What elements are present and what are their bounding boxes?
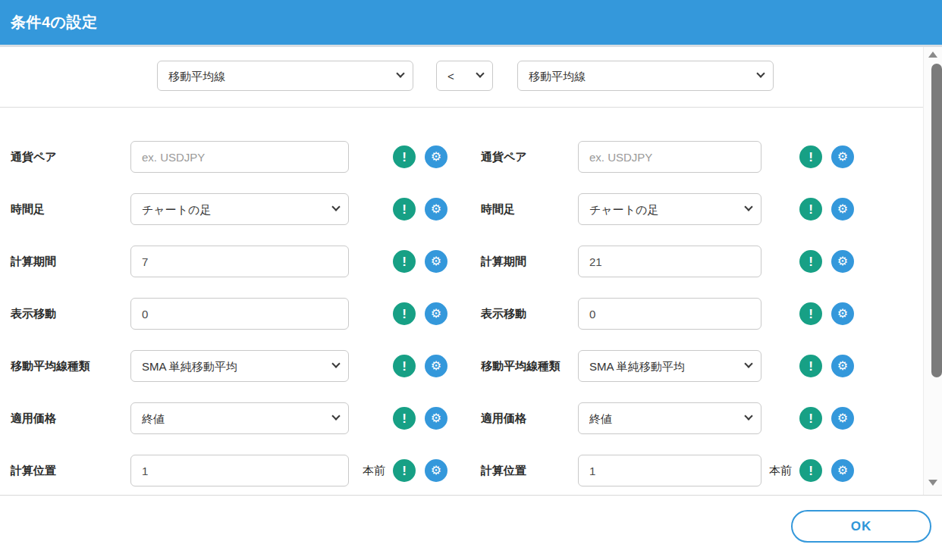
ma-type-select[interactable]: SMA 単純移動平均: [578, 350, 761, 382]
gear-icon: ⚙: [431, 151, 441, 163]
gear-icon: ⚙: [837, 412, 848, 424]
settings-button[interactable]: ⚙: [831, 355, 854, 377]
info-button[interactable]: !: [799, 250, 822, 273]
settings-button[interactable]: ⚙: [831, 250, 854, 273]
currency-pair-input[interactable]: [578, 141, 761, 173]
field-row-applied-price: 適用価格 終値 ! ⚙: [481, 402, 854, 434]
calc-position-input[interactable]: [130, 455, 349, 486]
gear-icon: ⚙: [431, 412, 441, 424]
calc-position-label: 計算位置: [481, 464, 578, 478]
operator-select[interactable]: <: [436, 61, 493, 91]
scroll-down-icon[interactable]: [928, 480, 937, 486]
gear-icon: ⚙: [837, 151, 848, 163]
exclamation-icon: !: [402, 412, 407, 425]
exclamation-icon: !: [809, 412, 813, 425]
info-button[interactable]: !: [393, 355, 416, 377]
info-button[interactable]: !: [799, 302, 822, 325]
field-row-currency-pair: 通貨ペア ! ⚙: [481, 141, 854, 173]
applied-price-label: 適用価格: [11, 411, 130, 426]
shift-input[interactable]: [578, 298, 761, 330]
field-row-shift: 表示移動 ! ⚙: [11, 298, 447, 330]
field-row-shift: 表示移動 ! ⚙: [481, 298, 854, 330]
settings-button[interactable]: ⚙: [831, 145, 854, 168]
applied-price-label: 適用価格: [481, 411, 578, 426]
settings-button[interactable]: ⚙: [425, 145, 447, 168]
ma-type-label: 移動平均線種類: [481, 359, 578, 374]
gear-icon: ⚙: [431, 203, 441, 215]
exclamation-icon: !: [402, 255, 407, 268]
footer-divider: [0, 495, 942, 496]
field-row-timeframe: 時間足 チャートの足 ! ⚙: [481, 193, 854, 225]
info-button[interactable]: !: [393, 302, 416, 325]
settings-button[interactable]: ⚙: [425, 407, 447, 430]
indicator-left-select-wrap: 移動平均線: [157, 61, 413, 91]
ok-button[interactable]: OK: [791, 510, 931, 543]
info-button[interactable]: !: [799, 145, 822, 168]
settings-button[interactable]: ⚙: [831, 459, 854, 482]
info-button[interactable]: !: [799, 198, 822, 221]
settings-button[interactable]: ⚙: [831, 407, 854, 430]
ma-type-select[interactable]: SMA 単純移動平均: [130, 350, 349, 382]
settings-button[interactable]: ⚙: [425, 250, 447, 273]
gear-icon: ⚙: [431, 360, 441, 372]
info-button[interactable]: !: [799, 407, 822, 430]
exclamation-icon: !: [809, 360, 813, 373]
gear-icon: ⚙: [837, 255, 848, 267]
shift-label: 表示移動: [481, 307, 578, 321]
applied-price-select[interactable]: 終値: [130, 402, 349, 434]
exclamation-icon: !: [402, 465, 407, 477]
period-label: 計算期間: [11, 255, 130, 269]
calc-position-label: 計算位置: [11, 464, 130, 478]
settings-button[interactable]: ⚙: [831, 302, 854, 325]
settings-button[interactable]: ⚙: [425, 198, 447, 221]
gear-icon: ⚙: [431, 255, 441, 267]
indicator-right-select-wrap: 移動平均線: [517, 61, 774, 91]
field-row-ma-type: 移動平均線種類 SMA 単純移動平均 ! ⚙: [481, 350, 854, 382]
field-row-calc-position: 計算位置 本前 ! ⚙: [481, 455, 854, 486]
dialog-title-bar: 条件4の設定: [0, 0, 942, 45]
settings-button[interactable]: ⚙: [425, 302, 447, 325]
gear-icon: ⚙: [837, 360, 848, 372]
field-row-period: 計算期間 ! ⚙: [481, 246, 854, 277]
period-input[interactable]: [578, 246, 761, 277]
currency-pair-label: 通貨ペア: [481, 150, 578, 164]
exclamation-icon: !: [809, 151, 813, 164]
settings-button[interactable]: ⚙: [425, 355, 447, 377]
scroll-up-icon[interactable]: [928, 52, 937, 58]
period-input[interactable]: [130, 246, 349, 277]
exclamation-icon: !: [402, 203, 407, 216]
settings-button[interactable]: ⚙: [425, 459, 447, 482]
timeframe-label: 時間足: [481, 202, 578, 217]
info-button[interactable]: !: [393, 145, 416, 168]
indicator-right-select[interactable]: 移動平均線: [517, 61, 774, 91]
ma-type-label: 移動平均線種類: [11, 359, 130, 374]
currency-pair-label: 通貨ペア: [11, 150, 130, 164]
field-row-period: 計算期間 ! ⚙: [11, 246, 447, 277]
scrollbar-thumb[interactable]: [931, 64, 942, 377]
applied-price-select[interactable]: 終値: [578, 402, 761, 434]
header-divider: [0, 107, 942, 108]
indicator-left-select[interactable]: 移動平均線: [157, 61, 413, 91]
condition-settings-dialog: 条件4の設定 移動平均線 < 移動平均線 通貨ペア ! ⚙ 時間足: [0, 0, 942, 560]
settings-button[interactable]: ⚙: [831, 198, 854, 221]
dialog-title: 条件4の設定: [0, 12, 98, 33]
exclamation-icon: !: [809, 203, 813, 216]
field-row-timeframe: 時間足 チャートの足 ! ⚙: [11, 193, 447, 225]
timeframe-label: 時間足: [11, 202, 130, 217]
info-button[interactable]: !: [393, 250, 416, 273]
info-button[interactable]: !: [393, 198, 416, 221]
period-label: 計算期間: [481, 255, 578, 269]
shift-input[interactable]: [130, 298, 349, 330]
timeframe-select[interactable]: チャートの足: [578, 193, 761, 225]
info-button[interactable]: !: [393, 407, 416, 430]
info-button[interactable]: !: [799, 355, 822, 377]
currency-pair-input[interactable]: [130, 141, 349, 173]
exclamation-icon: !: [402, 308, 407, 321]
operator-select-wrap: <: [436, 61, 493, 91]
info-button[interactable]: !: [799, 459, 822, 482]
gear-icon: ⚙: [431, 308, 441, 320]
timeframe-select[interactable]: チャートの足: [130, 193, 349, 225]
gear-icon: ⚙: [431, 465, 441, 477]
calc-position-input[interactable]: [578, 455, 761, 486]
info-button[interactable]: !: [393, 459, 416, 482]
